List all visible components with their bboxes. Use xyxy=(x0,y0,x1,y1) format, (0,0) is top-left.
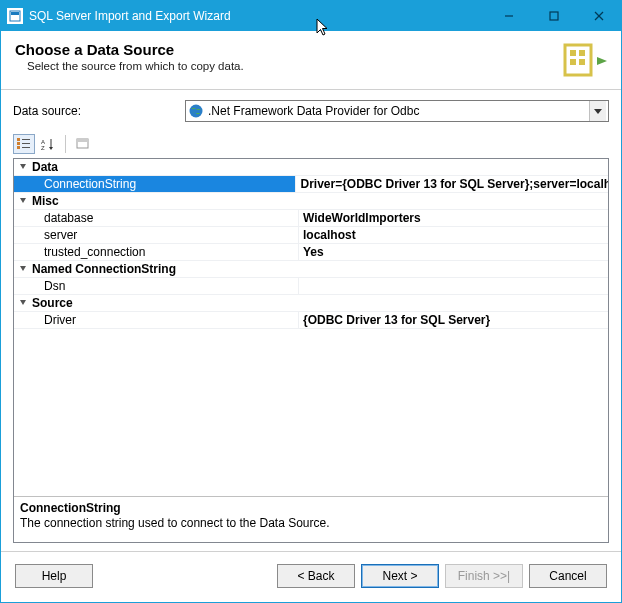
svg-rect-19 xyxy=(22,147,30,148)
title-bar: SQL Server Import and Export Wizard xyxy=(1,1,621,31)
help-button[interactable]: Help xyxy=(15,564,93,588)
svg-marker-26 xyxy=(20,164,26,169)
svg-rect-15 xyxy=(17,142,20,145)
footer: Help < Back Next > Finish >>| Cancel xyxy=(1,551,621,602)
property-row[interactable]: databaseWideWorldImporters xyxy=(14,210,608,227)
property-pages-button[interactable] xyxy=(72,134,94,154)
app-icon xyxy=(7,8,23,24)
svg-rect-6 xyxy=(565,45,591,75)
chevron-down-icon[interactable] xyxy=(16,163,30,171)
next-button[interactable]: Next > xyxy=(361,564,439,588)
svg-text:Z: Z xyxy=(41,145,45,150)
cancel-button[interactable]: Cancel xyxy=(529,564,607,588)
svg-marker-23 xyxy=(49,147,53,150)
property-description-pane: ConnectionString The connection string u… xyxy=(14,496,608,542)
chevron-down-icon[interactable] xyxy=(589,101,606,121)
property-row[interactable]: serverlocalhost xyxy=(14,227,608,244)
property-category[interactable]: Misc xyxy=(14,193,608,210)
chevron-down-icon[interactable] xyxy=(16,299,30,307)
svg-rect-10 xyxy=(579,59,585,65)
svg-marker-27 xyxy=(20,198,26,203)
svg-rect-7 xyxy=(570,50,576,56)
property-row[interactable]: trusted_connectionYes xyxy=(14,244,608,261)
property-name: trusted_connection xyxy=(14,244,299,260)
property-value[interactable]: WideWorldImporters xyxy=(299,210,608,226)
maximize-button[interactable] xyxy=(531,1,576,31)
body: Data source: .Net Framework Data Provide… xyxy=(1,90,621,551)
data-source-select[interactable]: .Net Framework Data Provider for Odbc xyxy=(185,100,609,122)
svg-point-12 xyxy=(190,105,203,118)
svg-rect-16 xyxy=(17,146,20,149)
property-grid-toolbar: A Z xyxy=(13,134,609,154)
svg-rect-9 xyxy=(570,59,576,65)
svg-rect-8 xyxy=(579,50,585,56)
data-source-label: Data source: xyxy=(13,104,185,118)
property-category-label: Misc xyxy=(30,194,59,208)
svg-rect-17 xyxy=(22,139,30,140)
property-name: server xyxy=(14,227,299,243)
back-button[interactable]: < Back xyxy=(277,564,355,588)
property-category-label: Named ConnectionString xyxy=(30,262,176,276)
alphabetical-view-button[interactable]: A Z xyxy=(37,134,59,154)
svg-rect-1 xyxy=(11,12,19,15)
property-value[interactable]: localhost xyxy=(299,227,608,243)
property-category-label: Data xyxy=(30,160,58,174)
property-value[interactable]: Driver={ODBC Driver 13 for SQL Server};s… xyxy=(296,176,608,192)
property-name: database xyxy=(14,210,299,226)
categorized-view-button[interactable] xyxy=(13,134,35,154)
wizard-window: SQL Server Import and Export Wizard Choo… xyxy=(0,0,622,603)
window-title: SQL Server Import and Export Wizard xyxy=(29,9,231,23)
property-row[interactable]: Driver{ODBC Driver 13 for SQL Server} xyxy=(14,312,608,329)
property-name: ConnectionString xyxy=(14,176,296,192)
wizard-logo xyxy=(559,41,607,81)
property-description-text: The connection string used to connect to… xyxy=(20,516,602,530)
property-description-title: ConnectionString xyxy=(20,501,602,515)
minimize-button[interactable] xyxy=(486,1,531,31)
svg-marker-11 xyxy=(597,57,607,65)
property-row[interactable]: ConnectionStringDriver={ODBC Driver 13 f… xyxy=(14,176,608,193)
data-source-row: Data source: .Net Framework Data Provide… xyxy=(13,100,609,122)
svg-marker-28 xyxy=(20,266,26,271)
property-row[interactable]: Dsn xyxy=(14,278,608,295)
property-value[interactable]: {ODBC Driver 13 for SQL Server} xyxy=(299,312,608,328)
toolbar-separator xyxy=(65,135,66,153)
svg-rect-3 xyxy=(550,12,558,20)
property-grid-rows[interactable]: DataConnectionStringDriver={ODBC Driver … xyxy=(14,159,608,496)
page-subtitle: Select the source from which to copy dat… xyxy=(27,60,551,72)
chevron-down-icon[interactable] xyxy=(16,197,30,205)
svg-marker-29 xyxy=(20,300,26,305)
globe-icon xyxy=(188,103,204,119)
property-category[interactable]: Source xyxy=(14,295,608,312)
svg-rect-18 xyxy=(22,143,30,144)
property-value[interactable] xyxy=(299,278,608,294)
page-heading: Choose a Data Source xyxy=(15,41,551,58)
svg-marker-13 xyxy=(594,109,602,114)
svg-rect-25 xyxy=(77,139,88,142)
svg-rect-14 xyxy=(17,138,20,141)
chevron-down-icon[interactable] xyxy=(16,265,30,273)
finish-button: Finish >>| xyxy=(445,564,523,588)
header-pane: Choose a Data Source Select the source f… xyxy=(1,31,621,90)
property-grid: DataConnectionStringDriver={ODBC Driver … xyxy=(13,158,609,543)
close-button[interactable] xyxy=(576,1,621,31)
data-source-selected: .Net Framework Data Provider for Odbc xyxy=(208,104,589,118)
property-value[interactable]: Yes xyxy=(299,244,608,260)
property-category[interactable]: Data xyxy=(14,159,608,176)
property-name: Dsn xyxy=(14,278,299,294)
property-category[interactable]: Named ConnectionString xyxy=(14,261,608,278)
property-name: Driver xyxy=(14,312,299,328)
property-category-label: Source xyxy=(30,296,73,310)
